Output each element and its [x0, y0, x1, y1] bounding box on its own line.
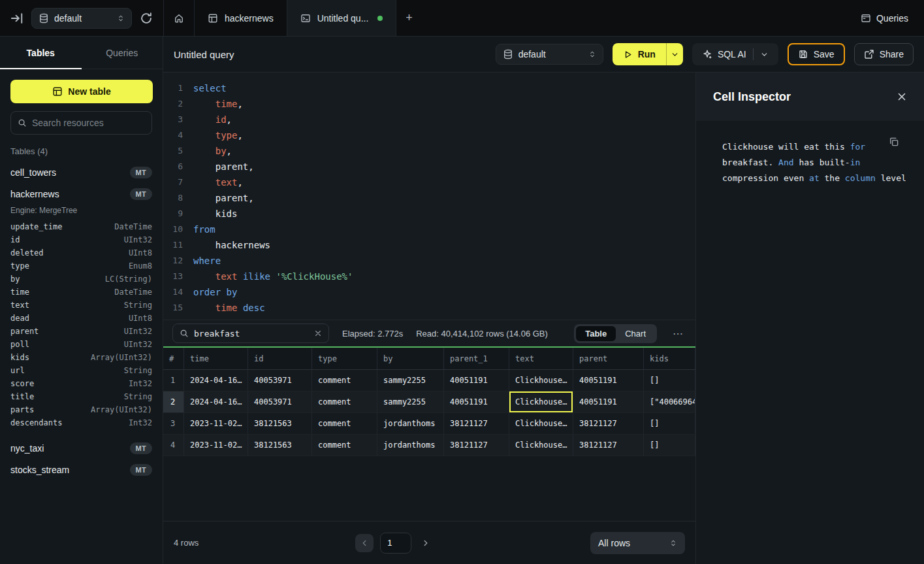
close-icon[interactable]: [897, 91, 907, 102]
page-number-value[interactable]: [387, 538, 404, 548]
table-cell[interactable]: sammy2255: [377, 391, 444, 412]
column-header-kids[interactable]: kids: [644, 348, 695, 369]
tab-untitled-query[interactable]: Untitled qu...: [287, 0, 397, 36]
sidebar-tab-tables[interactable]: Tables: [0, 37, 82, 69]
table-cell[interactable]: 38121127: [573, 413, 644, 434]
sidebar-table-item-cell_towers[interactable]: cell_towersMT: [0, 161, 163, 183]
code-text[interactable]: from: [193, 222, 215, 237]
table-cell[interactable]: 2023-11-02…: [184, 413, 248, 434]
page-size-value: All rows: [598, 538, 630, 548]
column-header-parent_1[interactable]: parent_1: [444, 348, 509, 369]
table-cell[interactable]: sammy2255: [377, 370, 444, 391]
code-text[interactable]: type,: [193, 127, 243, 143]
code-text[interactable]: parent,: [193, 159, 254, 174]
table-cell[interactable]: 38121563: [248, 435, 312, 456]
table-cell[interactable]: 38121127: [444, 413, 509, 434]
tab-home[interactable]: [163, 0, 195, 36]
table-cell[interactable]: 38121563: [248, 413, 312, 434]
sidebar-search[interactable]: [10, 111, 152, 135]
code-text[interactable]: by,: [193, 143, 232, 159]
results-search-input[interactable]: [194, 329, 309, 339]
table-cell[interactable]: Clickhouse…: [509, 413, 573, 434]
results-search[interactable]: [172, 323, 329, 343]
code-text[interactable]: text ilike '%ClickHouse%': [193, 269, 353, 284]
code-text[interactable]: hackernews: [193, 237, 270, 253]
table-cell[interactable]: jordanthoms: [377, 435, 444, 456]
page-number-input[interactable]: [380, 533, 411, 554]
sidebar-tab-queries[interactable]: Queries: [82, 37, 163, 69]
line-number: 4: [163, 127, 193, 143]
table-cell[interactable]: 40053971: [248, 370, 312, 391]
sidebar-table-item-stocks_stream[interactable]: stocks_streamMT: [0, 459, 163, 480]
table-cell[interactable]: 38121127: [573, 435, 644, 456]
toggle-chart[interactable]: Chart: [616, 326, 655, 341]
row-number[interactable]: 4: [163, 435, 184, 456]
table-cell[interactable]: 40051191: [444, 391, 509, 412]
clear-search-icon[interactable]: [314, 329, 322, 337]
new-table-button[interactable]: New table: [10, 80, 153, 103]
column-header-time[interactable]: time: [184, 348, 248, 369]
code-text[interactable]: kids: [193, 206, 237, 222]
run-button-main[interactable]: Run: [613, 43, 666, 65]
code-text[interactable]: id,: [193, 112, 232, 127]
table-cell[interactable]: []: [644, 370, 695, 391]
table-cell[interactable]: jordanthoms: [377, 413, 444, 434]
code-text[interactable]: select: [193, 80, 227, 96]
topbar-database-selector[interactable]: default: [31, 8, 132, 29]
collapse-sidebar-icon[interactable]: [10, 12, 24, 25]
sidebar-table-item-hackernews[interactable]: hackernewsMT: [0, 183, 163, 205]
refresh-icon[interactable]: [140, 12, 153, 25]
column-header-type[interactable]: type: [312, 348, 377, 369]
table-cell[interactable]: Clickhouse…: [509, 435, 573, 456]
row-number[interactable]: 3: [163, 413, 184, 434]
table-cell[interactable]: []: [644, 413, 695, 434]
column-header-id[interactable]: id: [248, 348, 312, 369]
code-text[interactable]: text,: [193, 174, 243, 190]
table-cell[interactable]: comment: [312, 370, 377, 391]
table-cell[interactable]: ["40066964…: [644, 391, 695, 412]
table-cell[interactable]: 40051191: [573, 391, 644, 412]
table-cell[interactable]: 2024-04-16…: [184, 370, 248, 391]
save-button[interactable]: Save: [788, 43, 845, 65]
table-cell[interactable]: 40053971: [248, 391, 312, 412]
selected-table-cell[interactable]: Clickhouse…: [509, 391, 573, 412]
table-cell[interactable]: 2024-04-16…: [184, 391, 248, 412]
prev-page-button[interactable]: [355, 534, 374, 552]
table-cell[interactable]: comment: [312, 413, 377, 434]
row-number[interactable]: 2: [163, 391, 184, 412]
tab-hackernews[interactable]: hackernews: [195, 0, 287, 36]
toggle-table[interactable]: Table: [576, 326, 616, 341]
query-database-selector[interactable]: default: [496, 44, 603, 65]
queries-button[interactable]: Queries: [861, 13, 908, 24]
code-text[interactable]: parent,: [193, 190, 254, 206]
next-page-button[interactable]: [418, 535, 434, 551]
column-header-parent[interactable]: parent: [573, 348, 644, 369]
table-cell[interactable]: 38121127: [444, 435, 509, 456]
column-header-by[interactable]: by: [377, 348, 444, 369]
page-size-selector[interactable]: All rows: [590, 532, 685, 554]
copy-icon[interactable]: [889, 137, 899, 147]
share-button[interactable]: Share: [854, 43, 914, 65]
sql-ai-button[interactable]: SQL AI: [692, 43, 778, 65]
code-text[interactable]: time,: [193, 96, 243, 112]
table-cell[interactable]: []: [644, 435, 695, 456]
code-text[interactable]: time desc: [193, 300, 265, 316]
table-cell[interactable]: 40051191: [573, 370, 644, 391]
row-number[interactable]: 1: [163, 370, 184, 391]
table-cell[interactable]: comment: [312, 435, 377, 456]
table-cell[interactable]: 2023-11-02…: [184, 435, 248, 456]
new-tab-button[interactable]: +: [396, 0, 422, 36]
sidebar-search-input[interactable]: [32, 118, 145, 128]
sql-editor[interactable]: 1select2 time,3 id,4 type,5 by,6 parent,…: [163, 73, 695, 320]
table-cell[interactable]: Clickhouse…: [509, 370, 573, 391]
sidebar-table-item-nyc_taxi[interactable]: nyc_taxiMT: [0, 437, 163, 459]
column-header-text[interactable]: text: [509, 348, 573, 369]
run-options-caret[interactable]: [666, 43, 683, 65]
run-button[interactable]: Run: [613, 43, 683, 65]
code-text[interactable]: where: [193, 253, 221, 269]
table-cell[interactable]: 40051191: [444, 370, 509, 391]
code-text[interactable]: order by: [193, 284, 237, 300]
results-menu-button[interactable]: ⋯: [670, 327, 686, 340]
table-cell[interactable]: comment: [312, 391, 377, 412]
column-header-rownum[interactable]: #: [163, 348, 184, 369]
